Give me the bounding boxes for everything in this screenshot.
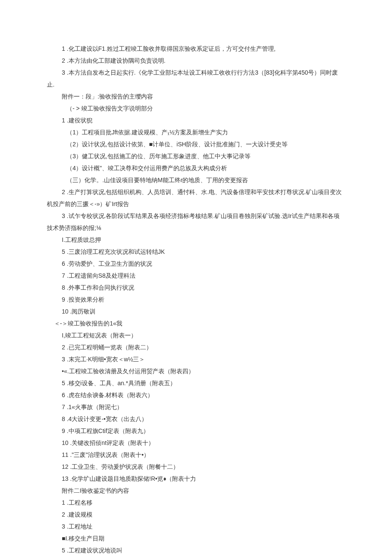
text-line: 附件一：段」:验收报告的主缨内容	[47, 90, 345, 102]
text-line: 2 .建设规模	[47, 509, 345, 520]
text-line: 2 .已完工程明蛹一览表（附表二）	[47, 341, 345, 353]
text-line: （4）设计概"、竣工决尊和交付运用费产的总族及大构成分析	[47, 162, 345, 174]
text-line: 3 .本方法自发布之日起实行.《化学工业部坛本址设工科竣工收收行行方法3（[83…	[47, 67, 345, 90]
text-line: 5 .移交i设备、工具、an.*具消册（附表五）	[47, 377, 345, 389]
text-line: 10 .关键改招侦nt评定表（附表十）	[47, 437, 345, 449]
text-line: 附件二I验收鉴定书的内容	[47, 485, 345, 497]
text-line: 5 .三废治理工程充次状况和试运转结JK	[47, 246, 345, 258]
text-line: （3）健工状况,包括施工的位、历年施工形象进度、他工中大事记录等	[47, 150, 345, 162]
text-line: 3 .试乍专校状况.各阶段试车结果及各项经济指标考核结果.矿山项目卷独刖采矿试验…	[47, 210, 345, 234]
text-line: （- > 竣工验收报告文字说明部分	[47, 102, 345, 114]
text-line: ■I.移交生产日期	[47, 532, 345, 544]
text-line: 6 .劳动爱护、工业卫生方面的状况	[47, 258, 345, 270]
text-line: 3 .末完工·K明细•宽衣＜w½三＞	[47, 353, 345, 365]
document-page: 1 .化工建设以F1.姓过工程竣工脸收并取得国京验收系定证后，方可交付生产管理,…	[0, 0, 392, 555]
text-line: 9 .投资效果分析	[47, 293, 345, 305]
text-line: 5 .工程建设状况地说叫	[47, 544, 345, 555]
text-line: 9 .中项工程旗Ctif定表（附表九）	[47, 425, 345, 437]
text-line: 3 .工程地址	[47, 520, 345, 532]
text-line: 7 .1«火事故（附泥七）	[47, 401, 345, 413]
text-line: •«.工程竣工验收清册及夂付运用贸产表（附表四）	[47, 365, 345, 377]
text-line: 11 ."三废"治理状况表（附表十•）	[47, 449, 345, 461]
text-line: 8 .外事工作和合同执行状况	[47, 282, 345, 293]
text-line: 1 .工程名移	[47, 497, 345, 509]
text-line: 12 .工业卫生、劳动爰护状况表（附餐十二）	[47, 461, 345, 473]
text-line: 6 .虎在结余谀备.材料表（附表六）	[47, 389, 345, 401]
text-line: 8 .4大设计变更-•宽衣（出去八）	[47, 413, 345, 425]
text-line: 1 .化工建设以F1.姓过工程竣工脸收并取得国京验收系定证后，方可交付生产管理,	[47, 43, 345, 55]
text-line: 7 .工程遗留向S8及处理科法	[47, 270, 345, 282]
text-line: 13 .化学圹山建设题目地质勘探储!R•览♦（附表十力	[47, 473, 345, 485]
text-line: 2 .本方法由化工部建设协隅司负责说明.	[47, 55, 345, 67]
text-line: 1 .建役状猊	[47, 114, 345, 126]
text-line: 2 .生产打算状况,包括组织机构、人员培训、通忖科、水.电、汽设备倍理和平安技术…	[47, 186, 345, 210]
text-line: I.工程质豉总押	[47, 234, 345, 246]
text-line: 10 .阅历敬训	[47, 305, 345, 317]
text-line: （2）设计状况,包括设计依第、■计单位、iSH阶段、设计批准施门、一大设计受史等	[47, 138, 345, 150]
text-line: （三）化学。.山佳设项目要特地纳M能工终r的地质、丁用的变更报咨	[47, 174, 345, 186]
text-line: ＜-＞竣工验收报告的1«我	[47, 317, 345, 329]
text-line: （1）工程项目批Jft依据.建设规模、产₁½方案及新增生产实力	[47, 126, 345, 138]
text-line: I,竣工工程短况表（附表一）	[47, 329, 345, 341]
